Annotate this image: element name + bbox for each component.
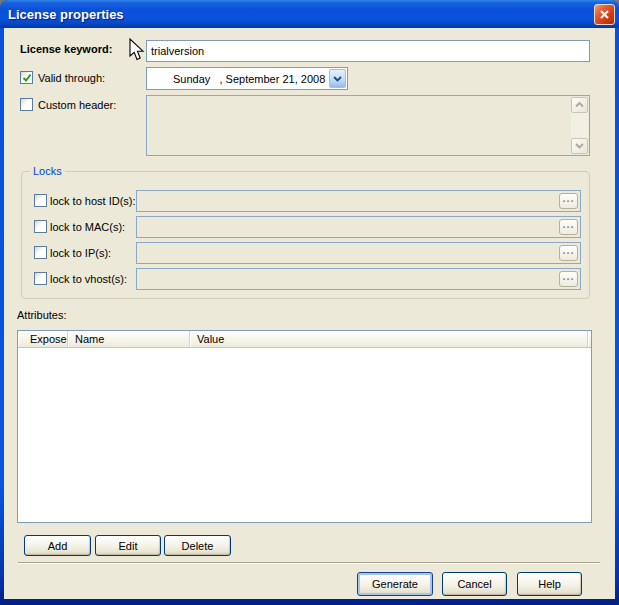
help-button[interactable]: Help xyxy=(517,572,582,596)
titlebar[interactable]: License properties xyxy=(0,0,619,28)
check-icon xyxy=(22,73,32,83)
cancel-button[interactable]: Cancel xyxy=(442,572,507,596)
lock-mac-field: ... xyxy=(136,216,581,238)
window-title: License properties xyxy=(0,7,124,22)
close-icon xyxy=(599,9,610,20)
lock-mac-label: lock to MAC(s): xyxy=(50,221,125,233)
browse-ellipsis: ... xyxy=(562,244,574,256)
textarea-scrollbar[interactable] xyxy=(571,97,588,154)
license-keyword-label: License keyword: xyxy=(20,43,112,55)
lock-vhost-browse-button[interactable]: ... xyxy=(559,271,578,287)
lock-host-input[interactable] xyxy=(138,192,555,210)
date-value: Sunday , September 21, 2008 xyxy=(147,73,328,85)
locks-group-title: Locks xyxy=(30,165,65,177)
lock-vhost-input[interactable] xyxy=(138,270,555,288)
browse-ellipsis: ... xyxy=(562,192,574,204)
lock-mac-browse-button[interactable]: ... xyxy=(559,219,578,235)
column-header-filler xyxy=(588,331,591,347)
close-button[interactable] xyxy=(594,4,615,25)
browse-ellipsis: ... xyxy=(562,218,574,230)
custom-header-checkbox[interactable] xyxy=(20,98,33,111)
lock-vhost-field: ... xyxy=(136,268,581,290)
lock-host-browse-button[interactable]: ... xyxy=(559,193,578,209)
dialog-body: License keyword: Valid through: Sunday ,… xyxy=(4,28,615,599)
column-header-value[interactable]: Value xyxy=(190,331,588,347)
chevron-down-icon xyxy=(333,76,342,82)
browse-ellipsis: ... xyxy=(562,270,574,282)
lock-vhost-checkbox[interactable] xyxy=(34,272,47,285)
scroll-down-button[interactable] xyxy=(571,138,588,154)
valid-through-date-select[interactable]: Sunday , September 21, 2008 xyxy=(146,67,348,90)
lock-ip-field: ... xyxy=(136,242,581,264)
valid-through-label: Valid through: xyxy=(38,72,105,84)
add-button[interactable]: Add xyxy=(24,535,91,556)
footer-divider xyxy=(18,562,600,564)
edit-button[interactable]: Edit xyxy=(95,535,161,556)
lock-host-field: ... xyxy=(136,190,581,212)
column-header-expose[interactable]: Expose xyxy=(18,331,68,347)
lock-host-checkbox[interactable] xyxy=(34,194,47,207)
lock-mac-input[interactable] xyxy=(138,218,555,236)
attributes-table: Expose Name Value xyxy=(17,330,592,523)
column-header-name[interactable]: Name xyxy=(68,331,190,347)
locks-group: Locks lock to host ID(s): ... lock to MA… xyxy=(21,171,590,299)
lock-host-label: lock to host ID(s): xyxy=(50,195,136,207)
license-properties-dialog: License properties License keyword: Vali… xyxy=(0,0,619,605)
lock-ip-browse-button[interactable]: ... xyxy=(559,245,578,261)
attributes-table-body[interactable] xyxy=(18,348,591,522)
license-keyword-input[interactable] xyxy=(146,40,590,62)
scroll-up-button[interactable] xyxy=(571,97,588,113)
lock-vhost-label: lock to vhost(s): xyxy=(50,273,127,285)
lock-ip-input[interactable] xyxy=(138,244,555,262)
custom-header-textarea[interactable] xyxy=(146,95,590,156)
lock-ip-checkbox[interactable] xyxy=(34,246,47,259)
attributes-table-header: Expose Name Value xyxy=(18,331,591,348)
delete-button[interactable]: Delete xyxy=(164,535,231,556)
date-dropdown-button[interactable] xyxy=(329,69,346,88)
chevron-down-icon xyxy=(575,143,584,149)
generate-button[interactable]: Generate xyxy=(357,572,433,596)
custom-header-label: Custom header: xyxy=(38,99,116,111)
attributes-label: Attributes: xyxy=(17,309,67,321)
lock-mac-checkbox[interactable] xyxy=(34,220,47,233)
mouse-cursor-icon xyxy=(129,38,147,62)
lock-ip-label: lock to IP(s): xyxy=(50,247,111,259)
chevron-up-icon xyxy=(575,102,584,108)
valid-through-checkbox[interactable] xyxy=(20,71,33,84)
